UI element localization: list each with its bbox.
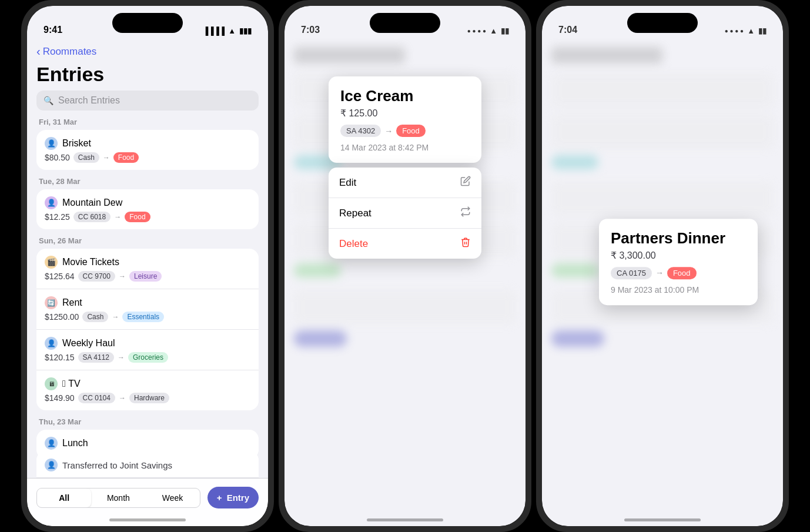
category-tag-brisket: Food <box>113 152 139 163</box>
avatar-lunch: 👤 <box>45 437 58 450</box>
avatar-weekly-haul: 👤 <box>45 337 58 350</box>
entry-mountain-dew[interactable]: 👤 Mountain Dew $12.25 CC 6018 → Food <box>36 189 259 229</box>
battery-icon: ▮▮▮ <box>239 26 252 35</box>
popup-amount-3: ₹ 3,300.00 <box>611 250 746 261</box>
signal-icon-3: ● ● ● ● <box>725 28 744 34</box>
back-chevron-icon: ‹ <box>36 45 41 58</box>
entry-name-apple-tv:  TV <box>62 379 81 389</box>
avatar-savings: 👤 <box>45 459 58 471</box>
entry-name-rent: Rent <box>62 297 82 308</box>
tab-month[interactable]: Month <box>91 488 145 507</box>
plus-icon: + <box>217 493 222 503</box>
entry-name-lunch: Lunch <box>62 438 88 449</box>
status-time-3: 7:04 <box>558 25 577 35</box>
phone-3: 7:04 ● ● ● ● ▲ ▮▮ <box>536 0 789 532</box>
arrow-icon-5: → <box>118 353 125 362</box>
tab-segment: All Month Week <box>36 488 200 508</box>
date-label-2: Sun, 26 Mar <box>36 236 259 245</box>
battery-icon-3: ▮▮ <box>758 26 767 35</box>
category-tag-weekly-haul: Groceries <box>128 352 168 363</box>
dynamic-island-3 <box>627 13 698 33</box>
entry-name-brisket: Brisket <box>62 138 91 149</box>
date-label-0: Fri, 31 Mar <box>36 118 259 126</box>
home-indicator-2 <box>367 518 443 521</box>
entry-rent[interactable]: 🔄 Rent $1250.00 Cash → Essentials <box>36 289 259 330</box>
add-entry-label: Entry <box>227 493 249 503</box>
phone-2: 7:03 ● ● ● ● ▲ ▮▮ <box>279 0 531 532</box>
entry-amount-movie-tickets: $125.64 <box>45 272 75 281</box>
status-time-1: 9:41 <box>43 25 62 35</box>
popup-tags-3: CA 0175 → Food <box>611 267 746 279</box>
back-nav[interactable]: ‹ Roommates <box>27 40 268 61</box>
back-nav-label[interactable]: Roommates <box>43 46 97 58</box>
date-section-2: Sun, 26 Mar 🎬 Movie Tickets $125. <box>36 236 259 410</box>
arrow-icon: → <box>103 153 110 162</box>
popup-amount-2: ₹ 125.00 <box>340 108 470 119</box>
payment-tag-rent: Cash <box>82 312 108 322</box>
battery-icon-2: ▮▮ <box>501 26 509 35</box>
tab-week[interactable]: Week <box>145 488 199 507</box>
menu-delete[interactable]: Delete <box>329 229 481 259</box>
avatar-mountain-dew: 👤 <box>45 196 58 209</box>
menu-repeat[interactable]: Repeat <box>329 198 481 229</box>
category-tag-mountain-dew: Food <box>125 212 150 222</box>
avatar-rent: 🔄 <box>45 296 58 309</box>
popup-arrow-3: → <box>655 268 664 277</box>
entry-amount-brisket: $80.50 <box>45 153 70 162</box>
popup-category-tag-3: Food <box>667 267 697 279</box>
status-icons-1: ▐▐▐▐ ▲ ▮▮▮ <box>203 26 252 35</box>
popup-card-2: Ice Cream ₹ 125.00 SA 4302 → Food 14 Mar… <box>329 76 481 163</box>
wifi-icon: ▲ <box>228 26 236 35</box>
entry-movie-tickets[interactable]: 🎬 Movie Tickets $125.64 CC 9700 → Leisur… <box>36 249 259 289</box>
date-section-1: Tue, 28 Mar 👤 Mountain Dew $12.25 <box>36 177 259 229</box>
phone-1: 9:41 ▐▐▐▐ ▲ ▮▮▮ ‹ Roommates Entries <box>21 0 274 532</box>
page-title: Entries <box>27 61 268 91</box>
arrow-icon-6: → <box>119 394 126 402</box>
avatar-apple-tv: 🖥 <box>45 377 58 390</box>
tab-all[interactable]: All <box>37 488 91 507</box>
repeat-icon <box>460 206 471 220</box>
date-label-3: Thu, 23 Mar <box>36 417 259 426</box>
entry-brisket[interactable]: 👤 Brisket $80.50 Cash → Food <box>36 130 259 170</box>
date-label-1: Tue, 28 Mar <box>36 177 259 186</box>
savings-label: Transferred to Joint Savings <box>62 460 172 470</box>
arrow-icon-3: → <box>119 272 126 280</box>
payment-tag-movie-tickets: CC 9700 <box>78 271 115 282</box>
menu-edit[interactable]: Edit <box>329 168 481 198</box>
wifi-icon-3: ▲ <box>747 26 755 35</box>
entry-amount-apple-tv: $149.90 <box>45 393 75 403</box>
wifi-icon-2: ▲ <box>490 26 497 35</box>
popup-card-3: Partners Dinner ₹ 3,300.00 CA 0175 → Foo… <box>599 219 758 305</box>
popup-category-tag-2: Food <box>396 125 426 137</box>
entry-name-movie-tickets: Movie Tickets <box>62 257 119 267</box>
status-icons-2: ● ● ● ● ▲ ▮▮ <box>467 26 509 35</box>
popup-title-2: Ice Cream <box>340 87 470 105</box>
search-icon: 🔍 <box>43 96 53 105</box>
menu-delete-label: Delete <box>339 238 368 250</box>
transferred-savings-item[interactable]: 👤 Transferred to Joint Savings <box>36 453 259 478</box>
date-section-0: Fri, 31 Mar 👤 Brisket $80.50 C <box>36 118 259 170</box>
popup-tags-2: SA 4302 → Food <box>340 125 470 137</box>
add-entry-button[interactable]: + Entry <box>207 487 259 508</box>
entries-list: Fri, 31 Mar 👤 Brisket $80.50 C <box>27 118 268 504</box>
menu-repeat-label: Repeat <box>339 208 371 219</box>
popup-menu-2: Edit Repeat <box>329 168 481 259</box>
status-time-2: 7:03 <box>301 25 320 35</box>
search-bar[interactable]: 🔍 Search Entries <box>36 91 259 111</box>
entry-amount-rent: $1250.00 <box>45 312 79 322</box>
entry-amount-weekly-haul: $120.15 <box>45 353 75 362</box>
payment-tag-weekly-haul: SA 4112 <box>78 352 114 363</box>
avatar-movie-tickets: 🎬 <box>45 256 58 269</box>
payment-tag-brisket: Cash <box>73 152 99 163</box>
signal-icon-2: ● ● ● ● <box>467 28 487 34</box>
search-placeholder: Search Entries <box>58 95 120 106</box>
entry-apple-tv[interactable]: 🖥  TV $149.90 CC 0104 → Hardware <box>36 370 259 410</box>
category-tag-apple-tv: Hardware <box>129 393 169 403</box>
payment-tag-mountain-dew: CC 6018 <box>73 212 111 222</box>
category-tag-rent: Essentials <box>122 312 164 322</box>
status-icons-3: ● ● ● ● ▲ ▮▮ <box>725 26 767 35</box>
entry-weekly-haul[interactable]: 👤 Weekly Haul $120.15 SA 4112 → Grocerie… <box>36 330 259 370</box>
dynamic-island-2 <box>370 13 440 33</box>
dynamic-island-1 <box>112 13 183 33</box>
popup-arrow-2: → <box>384 126 393 136</box>
